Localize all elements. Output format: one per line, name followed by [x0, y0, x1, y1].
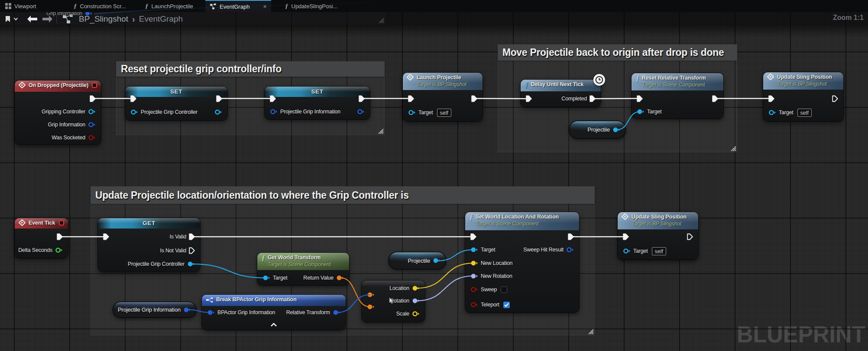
node-header[interactable]: GET — [98, 218, 200, 229]
node-launch-projectile[interactable]: Launch ProjectileTarget is BP SlingshotT… — [403, 73, 483, 121]
node-header[interactable]: SET — [125, 87, 227, 97]
on-dropped-pin-was-socketed[interactable]: Was Socketed — [52, 132, 101, 143]
update-sling-position-2-pin-exec-0[interactable] — [618, 232, 629, 242]
set-grip-controller-pin-exec-1[interactable] — [216, 93, 227, 104]
set-world-location-and-rotation-pin-sweep-hit-result[interactable]: Sweep Hit Result — [523, 245, 579, 255]
node-set-world-location-and-rotation[interactable]: ƒSet World Location And RotationTarget i… — [465, 212, 579, 312]
exec-pin-icon[interactable] — [103, 233, 109, 240]
node-header[interactable]: On Dropped (Projectile) — [15, 81, 101, 92]
exec-pin-icon[interactable] — [623, 233, 629, 240]
tab-close-icon[interactable]: × — [263, 3, 266, 10]
set-world-location-and-rotation-pin-new-rotation[interactable]: New Rotation — [465, 271, 512, 281]
update-sling-position-2-pin-exec-1[interactable] — [687, 232, 698, 242]
struct-pin-icon[interactable] — [566, 247, 574, 253]
set-grip-controller-pin-obj-3[interactable] — [214, 107, 227, 117]
struct-pin-icon[interactable] — [183, 307, 191, 313]
obj-pin-icon[interactable] — [214, 109, 222, 115]
collapse-chevron-icon[interactable] — [270, 321, 277, 328]
set-world-location-and-rotation-pin-exec-1[interactable] — [568, 232, 579, 242]
set-world-location-and-rotation-pin-target[interactable]: Target — [465, 245, 496, 255]
node-update-sling-position-1[interactable]: Update Sling PositionTarget is BP Slings… — [763, 72, 843, 121]
break-grip-information-pin-bpactor-grip-information[interactable]: BPActor Grip Information — [202, 307, 275, 318]
set-world-location-and-rotation-pin-new-location[interactable]: New Location — [465, 258, 512, 268]
get-is-valid-pin-projectile-grip-controller[interactable]: Projectile Grip Controller — [128, 259, 200, 269]
struct-pin-icon[interactable] — [270, 109, 278, 115]
node-delay-until-next-tick[interactable]: ƒDelay Until Next TickCompleted — [521, 80, 601, 107]
obj-pin-icon[interactable] — [623, 248, 631, 254]
comment-reset-resize-handle[interactable] — [377, 128, 384, 134]
exec-pin-icon[interactable] — [526, 95, 532, 102]
event-tick-pin-exec-0[interactable] — [57, 232, 68, 242]
comment-update-resize-handle[interactable] — [587, 328, 594, 335]
chevron-down-icon[interactable] — [13, 17, 18, 21]
node-header[interactable]: Update Sling PositionTarget is BP Slings… — [763, 72, 843, 90]
get-world-transform-pin-target[interactable]: Target — [257, 273, 288, 283]
obj-pin-icon[interactable] — [768, 109, 776, 116]
bound-event-icon[interactable] — [92, 83, 97, 88]
set-world-location-and-rotation-pin-sweep[interactable]: Sweep — [465, 284, 507, 295]
exec-pin-icon[interactable] — [408, 95, 414, 102]
delay-until-next-tick-pin-exec-0[interactable] — [521, 93, 532, 104]
node-header[interactable]: ƒDelay Until Next Tick — [521, 80, 601, 91]
break-transform-pin-scale[interactable]: Scale — [396, 309, 425, 319]
graph-canvas[interactable]: BLUEPRINT Reset projectile grip controll… — [0, 12, 868, 351]
breadcrumb-leaf[interactable]: EventGraph — [139, 14, 183, 24]
get-world-transform-pin-return-value[interactable]: Return Value — [303, 273, 349, 283]
bool-pin-icon[interactable] — [470, 302, 478, 308]
bound-event-icon[interactable] — [59, 220, 64, 225]
struct-pin-icon[interactable] — [357, 109, 365, 115]
float-pin-icon[interactable] — [55, 247, 63, 253]
exec-pin-icon[interactable] — [57, 233, 63, 240]
exec-pin-icon[interactable] — [712, 95, 718, 102]
node-header[interactable]: ƒGet World TransformTarget is Scene Comp… — [257, 253, 349, 270]
struct-pin-icon[interactable] — [207, 309, 215, 316]
set-grip-information-pin-exec-1[interactable] — [359, 93, 370, 104]
node-set-grip-information[interactable]: SETProjectile Grip Information — [265, 87, 370, 119]
tab-construction-script[interactable]: ƒConstruction Scr... — [69, 0, 130, 12]
self-value-box[interactable]: self — [652, 247, 666, 255]
back-arrow-icon[interactable] — [26, 15, 38, 23]
comment-update-header[interactable]: Update Projectile location/orientation t… — [91, 187, 595, 204]
reset-relative-transform-pin-exec-1[interactable] — [712, 93, 723, 104]
xform-pin-icon[interactable] — [336, 275, 344, 281]
obj-pin-icon[interactable] — [262, 275, 270, 281]
reset-relative-transform-pin-target[interactable]: Target — [632, 106, 662, 117]
update-sling-position-1-pin-target[interactable]: Targetself — [763, 107, 812, 118]
comment-move-resize-handle[interactable] — [730, 145, 736, 151]
struct-pin-icon[interactable] — [333, 309, 340, 316]
exec-pin-icon[interactable] — [637, 95, 643, 102]
struct-pin-icon[interactable] — [88, 122, 96, 128]
node-update-sling-position-2[interactable]: Update Sling PositionTarget is BP Slings… — [618, 212, 698, 260]
set-grip-information-pin-exec-0[interactable] — [265, 93, 276, 104]
vec-pin-icon[interactable] — [412, 285, 420, 291]
variable-node-projectile-var-2[interactable]: Projectile — [389, 252, 446, 269]
set-world-location-and-rotation-pin-exec-0[interactable] — [465, 232, 476, 242]
tab-update-sling-position[interactable]: ƒUpdateSlingPosi... — [281, 0, 342, 12]
node-header[interactable]: Event Tick — [15, 218, 68, 229]
node-break-grip-information[interactable]: Break BPActor Grip InformationBPActor Gr… — [202, 295, 346, 330]
self-value-box[interactable]: self — [797, 109, 812, 117]
node-get-world-transform[interactable]: ƒGet World TransformTarget is Scene Comp… — [257, 253, 349, 285]
node-header[interactable]: Break BPActor Grip Information — [202, 295, 346, 306]
rot-pin-icon[interactable] — [412, 298, 420, 304]
set-grip-information-pin-struct-3[interactable] — [357, 106, 370, 117]
node-header[interactable]: Update Sling PositionTarget is BP Slings… — [618, 212, 698, 229]
set-grip-information-pin-projectile-grip-information[interactable]: Projectile Grip Information — [265, 106, 340, 117]
tab-event-graph[interactable]: EventGraph× — [205, 0, 271, 12]
on-dropped-pin-gripping-controller[interactable]: Gripping Controller — [42, 106, 101, 117]
exec-pin-icon[interactable] — [768, 95, 774, 102]
set-grip-controller-pin-exec-0[interactable] — [125, 93, 136, 104]
node-event-tick[interactable]: Event TickDelta Seconds — [15, 218, 68, 258]
bookmark-icon[interactable] — [5, 16, 11, 23]
node-header[interactable]: ƒReset Relative TransformTarget is Scene… — [632, 73, 723, 90]
on-dropped-pin-exec-0[interactable] — [90, 93, 101, 104]
self-value-box[interactable]: self — [437, 109, 451, 117]
update-sling-position-1-pin-exec-1[interactable] — [832, 93, 843, 104]
node-header[interactable]: SET — [265, 87, 370, 97]
obj-pin-icon[interactable] — [187, 261, 195, 267]
exec-pin-icon[interactable] — [130, 95, 136, 102]
launch-projectile-pin-exec-0[interactable] — [403, 93, 414, 104]
variable-node-projectile-var-1[interactable]: Projectile — [570, 121, 625, 138]
projectile-var-2-output-pin[interactable]: Projectile — [408, 252, 446, 269]
get-is-valid-pin-is-valid[interactable]: Is Valid — [170, 232, 200, 242]
